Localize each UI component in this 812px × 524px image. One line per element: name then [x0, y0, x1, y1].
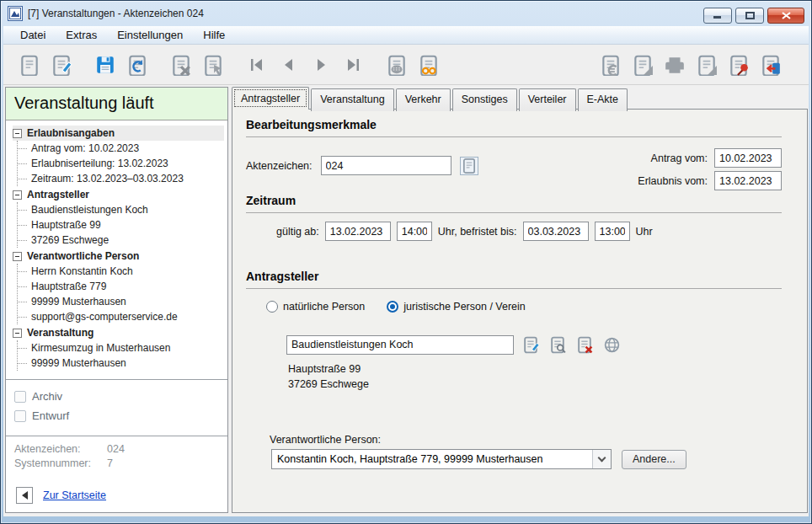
tree-leaf[interactable]: Hauptstraße 779	[18, 279, 224, 294]
tab-verteiler[interactable]: Verteiler	[519, 88, 576, 111]
nav-next-button[interactable]	[305, 49, 337, 81]
pin-document-button[interactable]	[723, 49, 755, 81]
delete-firma-button[interactable]	[574, 334, 595, 355]
tree-node[interactable]: Veranstaltung	[13, 325, 224, 340]
menu-item-einstellungen[interactable]: Einstellungen	[109, 27, 191, 43]
tab-verkehr[interactable]: Verkehr	[396, 88, 451, 111]
app-icon	[8, 6, 23, 21]
arrow-left-icon	[22, 491, 28, 500]
tabbar: AntragstellerVeranstaltungVerkehrSonstig…	[232, 87, 808, 110]
dropdown-button[interactable]	[592, 450, 611, 468]
tree-leaf[interactable]: 99999 Musterhausen	[18, 356, 224, 371]
select-record-button[interactable]	[197, 49, 229, 81]
aktenzeichen-label: Aktenzeichen:	[246, 160, 313, 172]
tree-leaf[interactable]: Erlaubniserteilung: 13.02.2023	[18, 156, 224, 171]
tree-leaf[interactable]: Zeitraum: 13.02.2023–03.03.2023	[18, 171, 224, 186]
event-tree: ErlaubnisangabenAntrag vom: 10.02.2023Er…	[6, 120, 227, 379]
tree-leaf[interactable]: Baudienstleistungen Koch	[18, 202, 224, 217]
chevron-down-icon	[598, 454, 606, 463]
new-record-button[interactable]	[13, 49, 45, 81]
nav-prev-button[interactable]	[273, 49, 305, 81]
print-button[interactable]	[659, 49, 691, 81]
edit-document-2-button[interactable]	[691, 49, 723, 81]
tree-node[interactable]: Erlaubnisangaben	[13, 126, 224, 141]
uhr-label: Uhr	[636, 226, 653, 238]
edit-document-button[interactable]	[627, 49, 659, 81]
tree-leaf[interactable]: Hauptstraße 99	[18, 217, 224, 233]
gueltig-ab-date-input[interactable]	[325, 222, 391, 241]
close-button[interactable]	[767, 8, 804, 24]
tab-sonstiges[interactable]: Sonstiges	[452, 88, 517, 111]
tree-leaf[interactable]: Herrn Konstantin Koch	[18, 264, 224, 279]
edit-firma-button[interactable]	[521, 334, 541, 355]
nav-last-button[interactable]	[337, 49, 369, 81]
aktenzeichen-input[interactable]	[321, 156, 451, 175]
collapse-icon[interactable]	[13, 129, 22, 138]
tab-antragsteller[interactable]: Antragsteller	[232, 87, 309, 110]
section-zeitraum: Zeitraum	[246, 194, 782, 207]
tab-panel-antragsteller: Bearbeitungsmerkmale Aktenzeichen: Antra…	[232, 109, 808, 513]
save-button[interactable]	[89, 49, 121, 81]
tree-leaf[interactable]: 37269 Eschwege	[18, 233, 224, 248]
undo-button[interactable]	[121, 49, 153, 81]
gueltig-ab-time-input[interactable]	[397, 222, 432, 241]
section-antragsteller: Antragsteller	[246, 270, 782, 283]
info-row: Aktenzeichen:024	[14, 443, 219, 455]
nav-first-button[interactable]	[241, 49, 273, 81]
erlaubnis-vom-label: Erlaubnis vom:	[638, 175, 708, 187]
radio-juristische-person-verein[interactable]: juristische Person / Verein	[387, 301, 526, 313]
befristet-date-input[interactable]	[523, 222, 589, 241]
address-line-2: 37269 Eschwege	[288, 377, 782, 392]
antrag-vom-input[interactable]	[714, 148, 782, 168]
verantwortliche-person-label: Verantwortliche Person:	[270, 434, 782, 446]
invoice-euro-button[interactable]	[595, 49, 627, 81]
tab-e-akte[interactable]: E-Akte	[578, 88, 628, 111]
search-firma-button[interactable]	[548, 334, 568, 355]
preview-document-button[interactable]	[413, 49, 445, 81]
aktenzeichen-list-button[interactable]	[460, 157, 478, 175]
andere-button[interactable]: Andere...	[622, 450, 686, 469]
startseite-link[interactable]: Zur Startseite	[43, 489, 106, 501]
verantwortliche-person-select[interactable]: Konstantin Koch, Hauptstraße 779, 99999 …	[271, 449, 612, 469]
menu-item-extras[interactable]: Extras	[57, 27, 105, 43]
befristet-time-input[interactable]	[595, 222, 630, 241]
tree-leaf[interactable]: 99999 Musterhausen	[18, 294, 224, 309]
menu-item-hilfe[interactable]: Hilfe	[195, 27, 233, 43]
tree-node[interactable]: Verantwortliche Person	[13, 249, 224, 264]
toolbar	[3, 45, 809, 85]
checkbox-area: ArchivEntwurf	[6, 380, 227, 436]
tree-leaf[interactable]: Kirmesumzug in Musterhausen	[18, 340, 224, 356]
entwurf-checkbox[interactable]	[14, 410, 26, 422]
minimize-button[interactable]	[703, 8, 732, 24]
gueltig-ab-label: gültig ab:	[276, 226, 319, 238]
edit-record-button[interactable]	[45, 49, 77, 81]
erlaubnis-vom-input[interactable]	[714, 171, 782, 190]
selected-person: Konstantin Koch, Hauptstraße 779, 99999 …	[272, 453, 592, 465]
window-title: [7] Veranstaltungen - Aktenzeichen 024	[28, 8, 204, 19]
event-status-header: Veranstaltung läuft	[6, 88, 227, 120]
collapse-icon[interactable]	[13, 329, 22, 338]
globe-button[interactable]	[601, 334, 622, 355]
radio-natürliche-person[interactable]: natürliche Person	[266, 301, 365, 313]
collapse-icon[interactable]	[13, 252, 22, 261]
exit-application-button[interactable]	[755, 49, 787, 81]
tree-leaf[interactable]: Antrag vom: 10.02.2023	[18, 141, 224, 156]
radio-icon[interactable]	[266, 301, 278, 313]
tree-node[interactable]: Antragsteller	[13, 187, 224, 202]
firma-input[interactable]	[286, 335, 514, 355]
maximize-button[interactable]	[735, 8, 764, 24]
menubar: DateiExtrasEinstellungenHilfe	[3, 26, 809, 45]
divider	[246, 288, 782, 289]
tree-leaf[interactable]: support@gs-computerservice.de	[18, 309, 224, 324]
stamp-document-button[interactable]	[381, 49, 413, 81]
app-window: [7] Veranstaltungen - Aktenzeichen 024 D…	[0, 0, 812, 524]
back-button[interactable]	[16, 487, 33, 504]
divider	[246, 212, 782, 213]
archiv-checkbox[interactable]	[14, 391, 26, 403]
collapse-icon[interactable]	[13, 190, 22, 200]
delete-record-button[interactable]	[165, 49, 197, 81]
menu-item-datei[interactable]: Datei	[12, 27, 54, 43]
radio-icon[interactable]	[387, 301, 398, 313]
tab-veranstaltung[interactable]: Veranstaltung	[311, 88, 393, 111]
section-bearbeitungsmerkmale: Bearbeitungsmerkmale	[246, 118, 782, 131]
